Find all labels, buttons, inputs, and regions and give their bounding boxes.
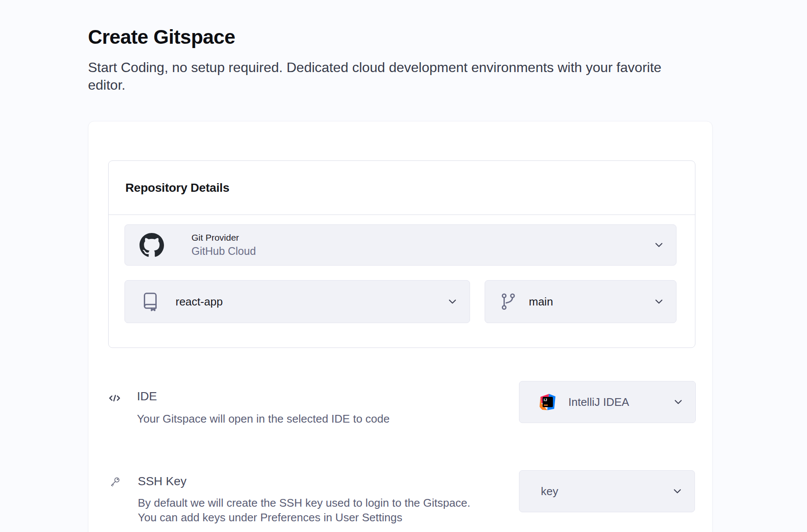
repository-details-heading: Repository Details (125, 181, 229, 195)
chevron-down-icon (674, 399, 683, 405)
repository-value: react-app (176, 295, 223, 308)
ide-label: IDE (137, 389, 157, 404)
repository-details-card: Repository Details Git Provider GitHub C… (108, 160, 695, 348)
chevron-down-icon (655, 299, 663, 304)
ssh-key-description-line: You can add keys under Preferences in Us… (138, 510, 494, 525)
code-icon (107, 391, 122, 405)
branch-select[interactable]: main (485, 280, 677, 323)
branch-value: main (529, 295, 553, 308)
ide-selected-value: IntelliJ IDEA (568, 396, 629, 409)
git-branch-icon (499, 292, 518, 311)
repository-details-header: Repository Details (109, 161, 695, 215)
git-provider-value: GitHub Cloud (191, 245, 256, 257)
chevron-down-icon (655, 242, 663, 248)
ssh-key-selected-value: key (541, 485, 558, 498)
git-provider-select[interactable]: Git Provider GitHub Cloud (124, 224, 677, 266)
key-icon (109, 476, 121, 488)
git-provider-text: Git Provider GitHub Cloud (191, 233, 256, 257)
repository-select[interactable]: react-app (124, 280, 470, 323)
chevron-down-icon (673, 489, 682, 494)
ide-description: Your Gitspace will open in the selected … (137, 411, 390, 426)
page-subtitle: Start Coding, no setup required. Dedicat… (88, 59, 685, 94)
repository-details-body: Git Provider GitHub Cloud (109, 215, 695, 323)
repo-branch-row: react-app (124, 280, 677, 323)
git-provider-label: Git Provider (191, 233, 256, 242)
github-icon (140, 233, 164, 257)
ssh-key-description-line: By default we will create the SSH key us… (138, 496, 494, 510)
repository-book-icon (140, 292, 160, 311)
page-title: Create Gitspace (88, 25, 235, 49)
ide-select[interactable]: IJ IntelliJ IDEA (519, 381, 696, 423)
ssh-key-select[interactable]: key (519, 470, 695, 512)
svg-text:IJ: IJ (544, 397, 547, 402)
ssh-key-description: By default we will create the SSH key us… (138, 496, 494, 525)
intellij-idea-icon: IJ (539, 393, 556, 411)
chevron-down-icon (448, 299, 457, 304)
create-gitspace-page: Create Gitspace Start Coding, no setup r… (0, 0, 807, 532)
gitspace-form-panel: Repository Details Git Provider GitHub C… (88, 121, 713, 532)
ssh-key-label: SSH Key (138, 474, 187, 489)
